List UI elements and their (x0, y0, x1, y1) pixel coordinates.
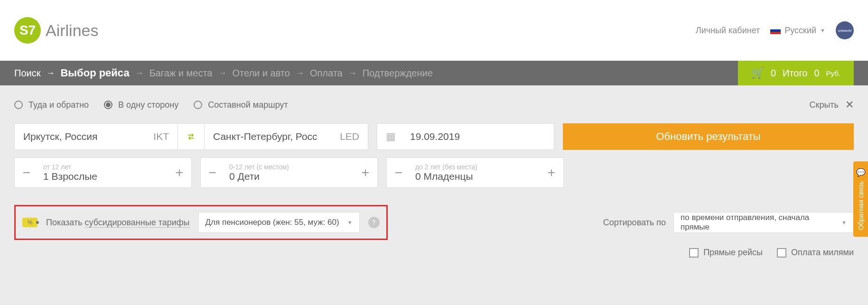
cart-count: 0 (771, 68, 776, 79)
subsidy-link[interactable]: субсидированные тарифы (85, 218, 190, 228)
adults-hint: от 12 лет (43, 163, 168, 171)
checkbox-icon (777, 248, 786, 258)
radio-icon (194, 101, 202, 109)
tag-icon: % (22, 218, 37, 227)
adults-plus-button[interactable]: + (168, 158, 191, 187)
calendar-icon: ▦ (386, 130, 396, 143)
subsidy-highlight-box: % Показать субсидированные тарифы Для пе… (14, 205, 388, 240)
update-results-button[interactable]: Обновить результаты (563, 123, 854, 150)
trip-type-row: Туда и обратно В одну сторону Составной … (14, 99, 854, 111)
cart-total-label: Итого (783, 68, 807, 79)
breadcrumb-bar: Поиск → Выбор рейса → Багаж и места → От… (0, 61, 868, 85)
from-code: IKT (153, 131, 169, 142)
radio-icon (14, 101, 23, 109)
sort-select[interactable]: по времени отправления, сначала прямые ▼ (673, 212, 854, 233)
children-value: 0 Дети (229, 171, 354, 182)
language-selector[interactable]: Русский ▼ (770, 26, 825, 36)
swap-button[interactable] (178, 123, 205, 150)
language-label: Русский (784, 26, 816, 36)
children-stepper: − 0-12 лет (с местом) 0 Дети + (200, 157, 378, 188)
sort-group: Сортировать по по времени отправления, с… (603, 212, 854, 233)
checkbox-label: Оплата милями (791, 248, 854, 258)
breadcrumb-payment: Оплата (310, 68, 343, 79)
sort-selected: по времени отправления, сначала прямые (681, 213, 836, 232)
arrow-icon: → (218, 68, 226, 78)
close-icon: ✕ (845, 99, 854, 111)
from-field[interactable]: Иркутск, Россия IKT (14, 123, 178, 150)
help-button[interactable]: ? (368, 217, 380, 228)
infants-minus-button[interactable]: − (387, 158, 411, 187)
to-code: LED (340, 131, 359, 142)
hide-button[interactable]: Скрыть ✕ (810, 99, 854, 111)
oneworld-badge: oneworld (836, 21, 854, 39)
adults-display: от 12 лет 1 Взрослые (38, 163, 168, 182)
logo-icon: S7 (14, 17, 41, 44)
cart-icon: 🛒 (751, 67, 764, 79)
logo[interactable]: S7 Airlines (14, 17, 98, 44)
subsidy-selected: Для пенсионеров (жен: 55, муж: 60) (205, 218, 339, 227)
checkbox-icon (689, 248, 699, 258)
breadcrumb-hotels: Отели и авто (232, 68, 289, 79)
airports-group: Иркутск, Россия IKT Санкт-Петербург, Рос… (14, 123, 368, 150)
sort-label: Сортировать по (603, 218, 666, 228)
header: S7 Airlines Личный кабинет Русский ▼ one… (0, 0, 868, 61)
radio-label: Туда и обратно (28, 100, 89, 110)
feedback-label: Обратная связь (857, 181, 865, 230)
radio-icon (104, 101, 112, 109)
account-link[interactable]: Личный кабинет (696, 26, 760, 36)
arrow-icon: → (348, 68, 357, 78)
search-form: Туда и обратно В одну сторону Составной … (0, 85, 868, 188)
cart-currency: Руб. (826, 69, 840, 77)
to-field[interactable]: Санкт-Петербург, Росс LED (205, 123, 368, 150)
children-minus-button[interactable]: − (201, 158, 224, 187)
arrow-icon: → (135, 68, 144, 78)
subsidy-select[interactable]: Для пенсионеров (жен: 55, муж: 60) ▼ (198, 212, 360, 233)
infants-plus-button[interactable]: + (540, 158, 563, 187)
breadcrumb-confirm: Подтверждение (363, 68, 433, 79)
chevron-down-icon: ▼ (820, 28, 825, 33)
pay-miles-checkbox[interactable]: Оплата милями (777, 248, 854, 258)
adults-stepper: − от 12 лет 1 Взрослые + (14, 157, 192, 188)
arrow-icon: → (46, 68, 55, 78)
date-field[interactable]: ▦ 19.09.2019 (377, 123, 554, 150)
logo-text: Airlines (46, 21, 98, 40)
children-hint: 0-12 лет (с местом) (229, 163, 354, 171)
feedback-tab[interactable]: Обратная связь 💬 (853, 161, 868, 237)
hide-label: Скрыть (810, 100, 839, 110)
children-plus-button[interactable]: + (354, 158, 377, 187)
arrow-icon: → (296, 68, 304, 78)
radio-label: В одну сторону (118, 100, 178, 110)
chat-icon: 💬 (856, 168, 865, 177)
filters-row: Прямые рейсы Оплата милями (0, 248, 868, 258)
radio-oneway[interactable]: В одну сторону (104, 100, 178, 110)
radio-label: Составной маршрут (208, 100, 288, 110)
options-row: % Показать субсидированные тарифы Для пе… (14, 205, 854, 240)
chevron-down-icon: ▼ (841, 220, 847, 225)
date-value: 19.09.2019 (410, 131, 460, 142)
infants-stepper: − до 2 лет (без места) 0 Младенцы + (386, 157, 564, 188)
cart-summary[interactable]: 🛒 0 Итого 0 Руб. (738, 61, 854, 85)
route-fields: Иркутск, Россия IKT Санкт-Петербург, Рос… (14, 123, 854, 150)
adults-value: 1 Взрослые (43, 171, 168, 182)
adults-minus-button[interactable]: − (15, 158, 38, 187)
breadcrumb-search[interactable]: Поиск (14, 68, 40, 79)
from-city: Иркутск, Россия (23, 131, 97, 142)
header-right: Личный кабинет Русский ▼ oneworld (696, 21, 854, 39)
breadcrumb-select-flight: Выбор рейса (60, 67, 129, 79)
passengers-row: − от 12 лет 1 Взрослые + − 0-12 лет (с м… (14, 157, 854, 188)
flag-ru-icon (770, 27, 781, 34)
infants-display: до 2 лет (без места) 0 Младенцы (411, 163, 540, 182)
subsidy-label: Показать субсидированные тарифы (46, 218, 190, 228)
infants-hint: до 2 лет (без места) (415, 163, 540, 171)
infants-value: 0 Младенцы (415, 171, 540, 182)
to-city: Санкт-Петербург, Росс (213, 131, 317, 142)
radio-multicity[interactable]: Составной маршрут (194, 100, 288, 110)
direct-flights-checkbox[interactable]: Прямые рейсы (689, 248, 763, 258)
breadcrumb-baggage: Багаж и места (149, 68, 213, 79)
radio-roundtrip[interactable]: Туда и обратно (14, 100, 89, 110)
children-display: 0-12 лет (с местом) 0 Дети (224, 163, 354, 182)
chevron-down-icon: ▼ (347, 220, 353, 225)
checkbox-label: Прямые рейсы (703, 248, 763, 258)
swap-icon (187, 130, 196, 143)
cart-total-value: 0 (814, 68, 819, 79)
